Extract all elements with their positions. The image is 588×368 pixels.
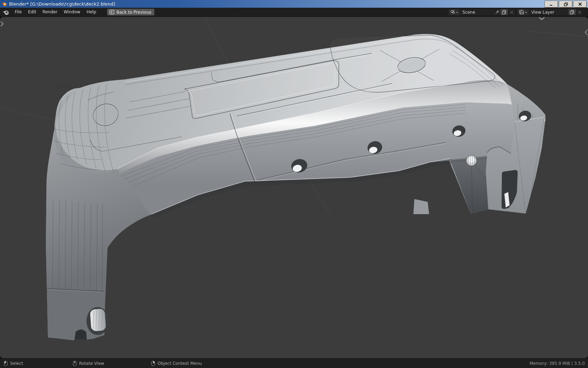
menu-file[interactable]: File (12, 8, 25, 16)
scene-new-button[interactable] (500, 9, 508, 15)
minimize-button[interactable] (545, 1, 558, 8)
toolbar-toggle-icon[interactable] (1, 22, 3, 26)
window-title: Blender* [G:\Downloads\!cg\deck\deck2.bl… (9, 1, 115, 7)
scene-unlink-button[interactable] (509, 9, 514, 15)
minimize-icon (550, 2, 554, 6)
viewport-overlays (1, 18, 587, 35)
status-hint-label: Rotate View (79, 361, 104, 366)
view-layer-name[interactable]: View Layer (528, 10, 568, 15)
blender-logo-icon (2, 9, 9, 15)
model-knob (466, 155, 477, 166)
menu-help[interactable]: Help (83, 8, 99, 16)
status-hint-label: Object Context Menu (158, 361, 202, 366)
model-far-leg (413, 199, 429, 214)
duplicate-icon (502, 10, 506, 14)
close-x-icon (510, 11, 513, 14)
mouse-left-button-icon (4, 361, 8, 366)
menu-render[interactable]: Render (39, 8, 61, 16)
blender-topbar: File Edit Render Window Help Back to Pre… (0, 8, 588, 16)
view-layer-remove-button[interactable] (576, 9, 582, 15)
view-layer-selector[interactable]: View Layer (517, 9, 583, 15)
restore-button[interactable] (559, 1, 573, 8)
restore-icon (564, 2, 568, 6)
sidebar-toggle-icon[interactable] (585, 30, 587, 35)
mouse-right-button-icon (151, 361, 155, 366)
status-hint-rotate-view: Rotate View (73, 359, 104, 368)
model-deck-housing[interactable] (46, 34, 545, 340)
scene-browse-button[interactable] (448, 9, 460, 15)
blender-app-icon (2, 1, 7, 7)
back-to-previous-button[interactable]: Back to Previous (107, 9, 155, 15)
back-to-previous-label: Back to Previous (117, 10, 152, 15)
model-foot-notch (75, 330, 87, 339)
scene-selector[interactable]: Scene (448, 9, 516, 15)
chevron-down-icon (525, 11, 527, 14)
back-to-previous-icon (109, 10, 114, 14)
close-button[interactable] (573, 1, 587, 8)
close-x-icon (578, 11, 581, 14)
status-hint-context-menu: Object Context Menu (151, 359, 202, 368)
close-icon (578, 2, 582, 6)
view-layer-icon (519, 9, 524, 15)
view-layer-browse-button[interactable] (517, 9, 528, 15)
scene-icon (450, 9, 455, 15)
status-hint-select: Select (4, 359, 23, 368)
menu-edit[interactable]: Edit (25, 8, 39, 16)
header-collapse-icon[interactable] (539, 18, 544, 20)
model-foot-roller (86, 307, 109, 335)
scene-name[interactable]: Scene (460, 10, 495, 15)
status-bar: Select Rotate View Object Context Menu M… (0, 358, 588, 368)
status-hint-label: Select (10, 361, 23, 366)
menu-window[interactable]: Window (61, 8, 83, 16)
chevron-down-icon (456, 11, 458, 14)
view-layer-new-button[interactable] (568, 9, 576, 15)
window-titlebar[interactable]: Blender* [G:\Downloads\!cg\deck\deck2.bl… (0, 0, 588, 8)
mouse-middle-button-icon (73, 361, 77, 366)
pin-icon[interactable] (495, 9, 500, 15)
viewport-3d[interactable] (0, 17, 588, 358)
memory-status: Memory: 395.9 MiB | 3.5.0 (530, 359, 585, 368)
duplicate-icon (570, 10, 574, 14)
viewport-canvas[interactable] (0, 17, 588, 358)
